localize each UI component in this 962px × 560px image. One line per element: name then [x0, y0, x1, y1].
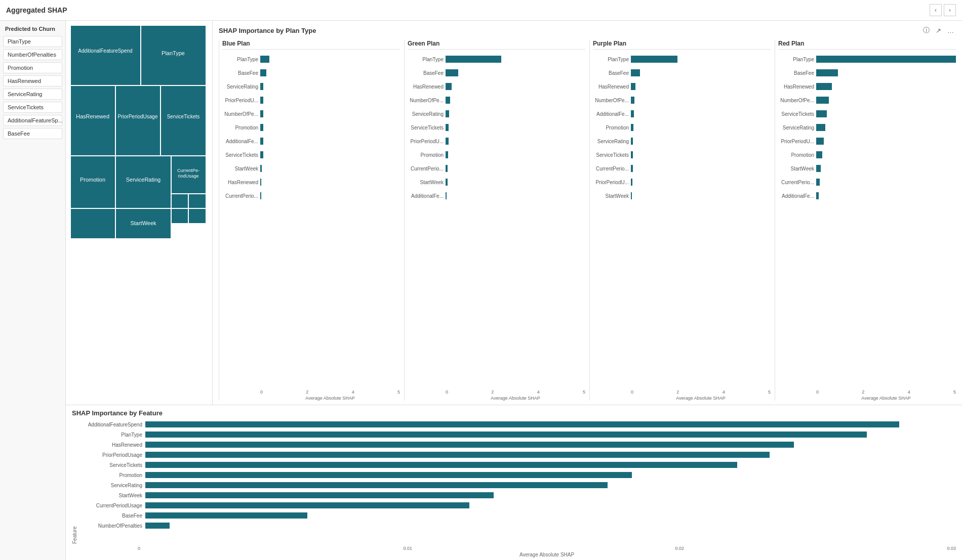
- sidebar-item[interactable]: AdditionalFeatureSp...: [3, 115, 62, 126]
- bar-label: HasRenewed: [222, 180, 260, 185]
- feature-bar-label: StartWeek: [79, 493, 145, 498]
- sidebar-item[interactable]: NumberOfPenalties: [3, 49, 62, 60]
- plan-chart-title: Red Plan: [778, 40, 956, 50]
- bar-fill: [446, 83, 452, 90]
- nav-forward-button[interactable]: ›: [944, 4, 956, 16]
- bar-fill: [446, 192, 447, 199]
- feature-bar-fill: [145, 523, 170, 529]
- bar-fill: [816, 124, 825, 131]
- bar-fill: [816, 83, 832, 90]
- bar-area: [631, 151, 771, 158]
- bar-row: AdditionalFe...: [593, 107, 771, 120]
- sidebar-item[interactable]: Promotion: [3, 62, 62, 73]
- bar-fill: [631, 97, 634, 104]
- feature-bar-label: ServiceRating: [79, 483, 145, 488]
- bar-label: PriorPeriodU...: [593, 180, 631, 185]
- bar-area: [446, 97, 585, 104]
- bar-fill: [260, 83, 263, 90]
- bar-chart-horizontal: PlanTypeBaseFeeHasRenewedNumberOfPe...Ad…: [593, 53, 771, 389]
- bar-row: AdditionalFe...: [778, 189, 956, 202]
- treemap-node-basefee[interactable]: [70, 208, 115, 239]
- bar-area: [446, 151, 585, 158]
- feature-bars-container: AdditionalFeatureSpendPlanTypeHasRenewed…: [79, 420, 956, 544]
- bar-area: [446, 179, 585, 186]
- bar-label: ServiceRating: [593, 139, 631, 144]
- x-axis-tick: 2: [862, 390, 864, 395]
- bar-row: ServiceTickets: [593, 148, 771, 161]
- treemap-label-hasrenewed: HasRenewed: [76, 113, 109, 119]
- treemap-node-small3[interactable]: [171, 208, 188, 224]
- bar-label: PriorPeriodU...: [778, 139, 816, 144]
- sidebar-item[interactable]: ServiceRating: [3, 89, 62, 100]
- feature-x-tick: 0: [138, 546, 140, 551]
- bar-fill: [260, 138, 263, 145]
- plan-chart-title: Purple Plan: [593, 40, 771, 50]
- bar-label: ServiceTickets: [408, 125, 446, 131]
- bar-area: [260, 110, 400, 117]
- feature-bar-row: StartWeek: [79, 491, 956, 500]
- treemap-node-priorperiodusage[interactable]: [115, 85, 161, 156]
- plan-charts-grid: Blue PlanPlanTypeBaseFeeServiceRatingPri…: [219, 40, 956, 401]
- sidebar-item[interactable]: PlanType: [3, 36, 62, 47]
- bar-row: ServiceRating: [408, 107, 585, 120]
- treemap-node-small4[interactable]: [188, 208, 206, 224]
- feature-bar-row: AdditionalFeatureSpend: [79, 420, 956, 429]
- feature-bar-row: HasRenewed: [79, 440, 956, 449]
- x-axis-tick: 5: [768, 390, 771, 395]
- treemap-label-priorperiodusage: PriorPeriodUsage: [118, 114, 158, 119]
- bar-fill: [816, 97, 829, 104]
- treemap-node-servicetickets[interactable]: [161, 85, 206, 156]
- treemap-node-small2[interactable]: [188, 194, 206, 208]
- expand-button[interactable]: ↗: [934, 25, 943, 36]
- bar-row: CurrentPerio...: [778, 176, 956, 189]
- bar-fill: [631, 69, 640, 76]
- feature-bar-fill: [145, 432, 867, 438]
- x-axis-tick: 2: [491, 390, 494, 395]
- bar-fill: [446, 69, 458, 76]
- bar-label: ServiceTickets: [222, 152, 260, 158]
- bar-row: ServiceRating: [778, 121, 956, 134]
- plan-chart: Purple PlanPlanTypeBaseFeeHasRenewedNumb…: [589, 40, 771, 401]
- bar-fill: [631, 151, 633, 158]
- sidebar-item[interactable]: HasRenewed: [3, 75, 62, 87]
- bar-row: Promotion: [222, 121, 400, 134]
- bar-row: StartWeek: [593, 189, 771, 202]
- x-axis-tick: 0: [446, 390, 448, 395]
- feature-bar-label: HasRenewed: [79, 442, 145, 448]
- treemap-node-small1[interactable]: [171, 194, 188, 208]
- bar-row: Promotion: [778, 148, 956, 161]
- x-axis-tick: 0: [631, 390, 633, 395]
- more-button[interactable]: …: [945, 25, 956, 36]
- bar-row: NumberOfPe...: [593, 94, 771, 107]
- plan-chart: Green PlanPlanTypeBaseFeeHasRenewedNumbe…: [404, 40, 585, 401]
- bar-row: ServiceTickets: [222, 148, 400, 161]
- nav-back-button[interactable]: ‹: [930, 4, 942, 16]
- x-axis-labels: 0245: [408, 390, 585, 395]
- bar-row: BaseFee: [222, 66, 400, 79]
- x-axis-tick: 4: [537, 390, 540, 395]
- treemap-node-hasrenewed[interactable]: [70, 85, 115, 156]
- x-axis-tick: 5: [397, 390, 400, 395]
- feature-bar-label: CurrentPeriodUsage: [79, 503, 145, 508]
- shap-plan-title: SHAP Importance by Plan Type: [219, 27, 316, 34]
- sidebar-item[interactable]: ServiceTickets: [3, 102, 62, 113]
- bar-fill: [816, 165, 821, 172]
- plan-chart-title: Blue Plan: [222, 40, 400, 50]
- bar-area: [816, 138, 956, 145]
- treemap-node-additionalfeaturespend[interactable]: [70, 25, 141, 85]
- feature-bar-row: CurrentPeriodUsage: [79, 501, 956, 510]
- bar-chart-horizontal: PlanTypeBaseFeeHasRenewedNumberOfPe...Se…: [408, 53, 585, 389]
- feature-bar-area: [145, 502, 956, 508]
- main-layout: Predicted to Churn PlanTypeNumberOfPenal…: [0, 21, 962, 560]
- treemap-label-promotion: Promotion: [80, 177, 105, 183]
- bar-area: [260, 165, 400, 172]
- feature-x-tick: 0.03: [947, 546, 956, 551]
- bar-fill: [446, 138, 449, 145]
- feature-x-ticks: 00.010.020.03: [138, 546, 956, 551]
- info-button[interactable]: ⓘ: [921, 25, 932, 36]
- bar-area: [631, 138, 771, 145]
- plan-chart-title: Green Plan: [408, 40, 585, 50]
- sidebar-item[interactable]: BaseFee: [3, 128, 62, 139]
- bar-row: PriorPeriodU...: [408, 135, 585, 148]
- bar-fill: [260, 192, 261, 199]
